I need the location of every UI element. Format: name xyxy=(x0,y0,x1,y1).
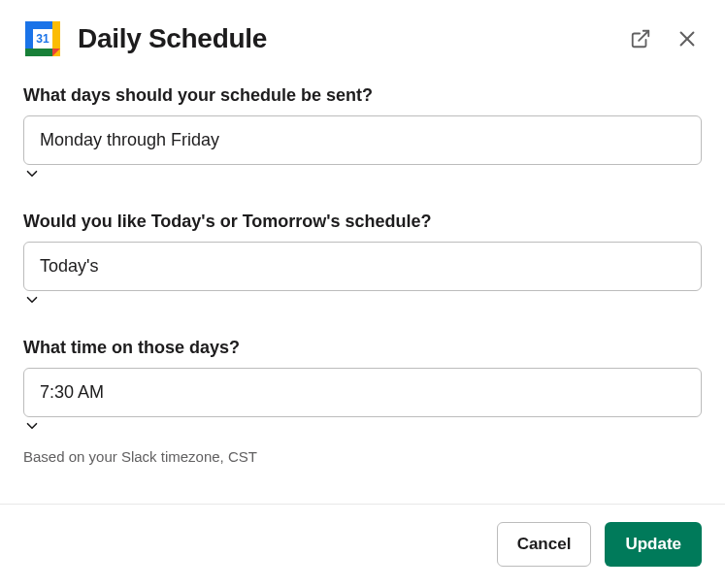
modal-title: Daily Schedule xyxy=(78,23,626,54)
time-label: What time on those days? xyxy=(23,338,702,358)
modal-body: 31 Daily Schedule What days should your … xyxy=(0,0,725,504)
time-select-value: 7:30 AM xyxy=(40,382,104,403)
days-select-value: Monday through Friday xyxy=(40,130,219,150)
google-calendar-icon: 31 xyxy=(23,19,62,58)
chevron-down-icon xyxy=(23,291,41,309)
which-label: Would you like Today's or Tomorrow's sch… xyxy=(23,212,702,232)
time-select[interactable]: 7:30 AM xyxy=(23,368,702,417)
svg-line-8 xyxy=(639,31,648,41)
cancel-button[interactable]: Cancel xyxy=(497,522,592,567)
update-button[interactable]: Update xyxy=(605,522,702,567)
which-select-value: Today's xyxy=(40,256,98,277)
external-link-icon xyxy=(630,28,651,49)
timezone-hint: Based on your Slack timezone, CST xyxy=(23,448,702,465)
modal-header: 31 Daily Schedule xyxy=(23,19,702,58)
open-external-button[interactable] xyxy=(626,24,655,53)
modal-footer: Cancel Update xyxy=(0,504,725,588)
which-select[interactable]: Today's xyxy=(23,242,702,291)
svg-text:31: 31 xyxy=(36,32,49,46)
close-icon xyxy=(676,28,698,49)
header-actions xyxy=(626,24,702,53)
days-select[interactable]: Monday through Friday xyxy=(23,115,702,165)
chevron-down-icon xyxy=(23,165,41,182)
days-label: What days should your schedule be sent? xyxy=(23,85,702,106)
close-button[interactable] xyxy=(673,24,702,53)
chevron-down-icon xyxy=(23,417,41,435)
